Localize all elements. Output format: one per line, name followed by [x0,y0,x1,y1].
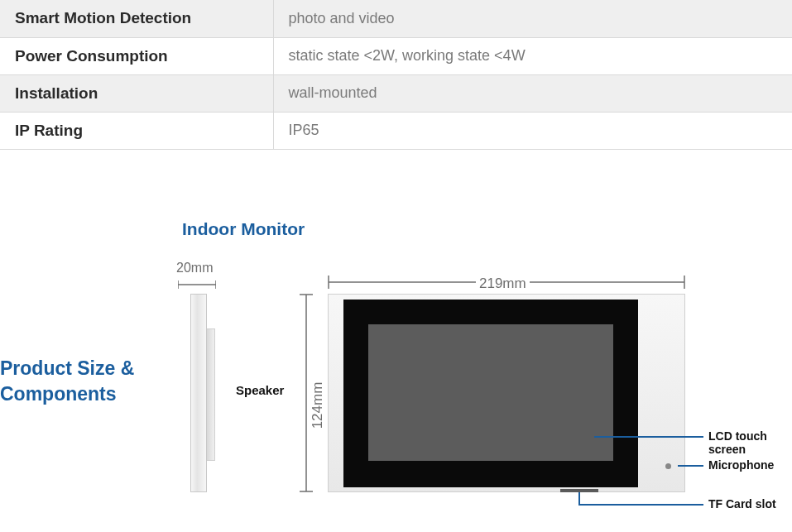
spec-label: Installation [0,74,273,112]
depth-label: 20mm [176,261,213,276]
lcd-screen [368,324,613,461]
spec-table: Smart Motion Detection photo and video P… [0,0,792,150]
callout-line [678,465,703,467]
callout-line [578,504,703,506]
monitor-side-back [207,328,215,461]
spec-value: wall-mounted [273,74,792,112]
monitor-side-view [190,294,207,492]
section-heading: Product Size & Components [0,356,134,407]
table-row: Power Consumption static state <2W, work… [0,37,792,74]
spec-label: Power Consumption [0,37,273,74]
callout-tf: TF Card slot [708,497,776,510]
monitor-front-view [328,294,685,492]
spec-value: photo and video [273,0,792,37]
diagram-title: Indoor Monitor [182,219,305,239]
speaker-label: Speaker [236,383,284,397]
width-label: 219mm [476,276,530,292]
microphone-hole [665,463,671,469]
spec-label: Smart Motion Detection [0,0,273,37]
callout-line [594,436,703,438]
table-row: Installation wall-mounted [0,74,792,112]
product-diagram: Indoor Monitor 20mm Speaker 219mm 124mm … [182,219,778,517]
table-row: IP Rating IP65 [0,112,792,149]
spec-value: IP65 [273,112,792,149]
callout-mic: Microphone [708,458,774,472]
spec-value: static state <2W, working state <4W [273,37,792,74]
height-label: 124mm [310,379,326,433]
spec-label: IP Rating [0,112,273,149]
table-row: Smart Motion Detection photo and video [0,0,792,37]
callout-lcd: LCD touch screen [708,429,778,456]
depth-bracket [178,279,216,290]
heading-line: Components [0,383,117,405]
heading-line: Product Size & [0,357,134,379]
